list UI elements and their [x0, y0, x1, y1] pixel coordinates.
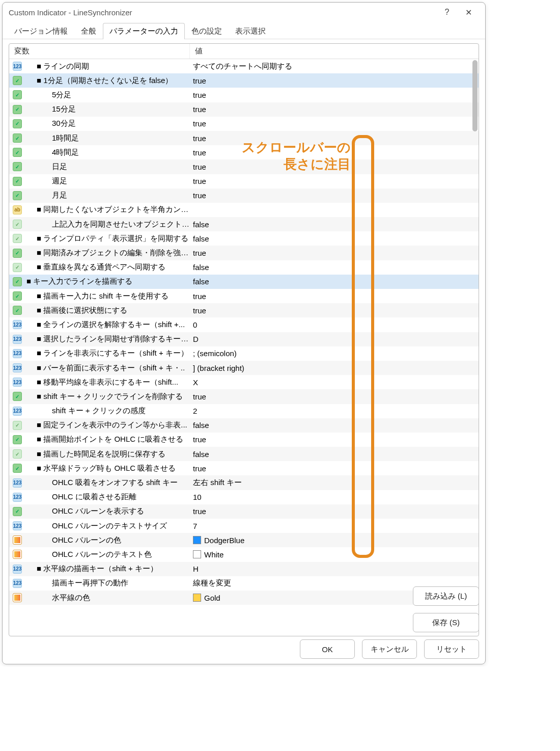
table-row[interactable]: ✓■ 垂直線を異なる通貨ペアへ同期するfalse: [9, 260, 479, 275]
table-row[interactable]: ✓■ 描画した時間足名を説明に保存するfalse: [9, 447, 479, 461]
table-row[interactable]: 水平線の色Gold: [9, 591, 479, 605]
param-value[interactable]: true: [190, 464, 479, 473]
param-value[interactable]: ] (bracket right): [190, 364, 479, 372]
param-value[interactable]: true: [190, 435, 479, 444]
table-row[interactable]: ✓■ ラインプロパティ「表示選択」を同期するfalse: [9, 231, 479, 246]
table-row[interactable]: OHLC バルーンの色DodgerBlue: [9, 533, 479, 547]
param-value[interactable]: false: [190, 234, 479, 243]
scrollbar-thumb[interactable]: [472, 60, 478, 131]
table-row[interactable]: 123■ 選択したラインを同期せず削除するキー・..D: [9, 332, 479, 346]
param-value[interactable]: true: [190, 392, 479, 401]
table-row[interactable]: 123■ ラインを非表示にするキー（shift + キー）; (semicolo…: [9, 346, 479, 361]
load-button[interactable]: 読み込み (L): [413, 586, 479, 606]
param-value[interactable]: true: [190, 119, 479, 128]
param-name: ■ キー入力でラインを描画する: [23, 277, 190, 286]
color-swatch: [193, 594, 201, 602]
tab-version[interactable]: バージョン情報: [8, 23, 74, 39]
table-row[interactable]: ✓4時間足true: [9, 145, 479, 159]
table-row[interactable]: 123■ ラインの同期すべてのチャートへ同期する: [9, 59, 479, 73]
param-value[interactable]: true: [190, 191, 479, 200]
param-value[interactable]: false: [190, 263, 479, 272]
table-row[interactable]: 123OHLC 吸着をオンオフする shift キー左右 shift キー: [9, 475, 479, 490]
table-row[interactable]: ✓■ キー入力でラインを描画するfalse: [9, 275, 479, 289]
table-row[interactable]: ✓日足true: [9, 159, 479, 174]
param-value[interactable]: true: [190, 292, 479, 301]
table-row[interactable]: ✓30分足true: [9, 117, 479, 131]
table-row[interactable]: ✓■ 1分足（同期させたくない足を false）true: [9, 73, 479, 88]
table-row[interactable]: ✓■ 水平線ドラッグ時も OHLC 吸着させるtrue: [9, 461, 479, 475]
param-value[interactable]: X: [190, 378, 479, 387]
param-value[interactable]: true: [190, 76, 479, 85]
param-value[interactable]: false: [190, 220, 479, 229]
param-value-text: false: [193, 421, 209, 430]
tab-general[interactable]: 全般: [74, 23, 103, 39]
param-value[interactable]: true: [190, 306, 479, 315]
close-button[interactable]: ✕: [458, 5, 479, 20]
table-row[interactable]: ✓週足true: [9, 174, 479, 189]
table-row[interactable]: ✓■ 同期済みオブジェクトの編集・削除を強・..true: [9, 246, 479, 260]
boolOn-icon: ✓: [11, 146, 23, 158]
param-value[interactable]: 左右 shift キー: [190, 478, 479, 488]
param-value[interactable]: true: [190, 148, 479, 157]
help-button[interactable]: ?: [436, 5, 458, 20]
param-value[interactable]: 2: [190, 407, 479, 415]
tab-colors[interactable]: 色の設定: [185, 23, 229, 39]
param-value[interactable]: false: [190, 421, 479, 430]
param-value[interactable]: true: [190, 91, 479, 99]
scrollbar-track[interactable]: [472, 60, 478, 635]
table-row[interactable]: 123■ 移動平均線を非表示にするキー（shift...X: [9, 375, 479, 389]
param-value[interactable]: true: [190, 249, 479, 257]
table-row[interactable]: 123■ 水平線の描画キー（shift + キー）H: [9, 562, 479, 576]
table-row[interactable]: ✓1時間足true: [9, 131, 479, 145]
table-row[interactable]: 123OHLC に吸着させる距離10: [9, 490, 479, 504]
table-row[interactable]: ✓月足true: [9, 189, 479, 203]
param-value[interactable]: 7: [190, 522, 479, 530]
boolOn-icon: ✓: [11, 247, 23, 259]
table-row[interactable]: ✓OHLC バルーンを表示するtrue: [9, 504, 479, 519]
table-row[interactable]: 123■ 全ラインの選択を解除するキー（shift +...0: [9, 317, 479, 332]
table-row[interactable]: 123shift キー + クリックの感度2: [9, 404, 479, 418]
table-row[interactable]: OHLC バルーンのテキスト色White: [9, 547, 479, 561]
param-value[interactable]: ; (semicolon): [190, 349, 479, 358]
table-row[interactable]: 123OHLC バルーンのテキストサイズ7: [9, 519, 479, 533]
table-row[interactable]: 123描画キー再押下の動作線種を変更: [9, 576, 479, 591]
table-row[interactable]: ✓■ 固定ラインを表示中のライン等から非表...false: [9, 418, 479, 433]
tab-parameters[interactable]: パラメーターの入力: [103, 23, 185, 39]
param-value[interactable]: true: [190, 163, 479, 171]
param-value[interactable]: true: [190, 507, 479, 516]
param-value[interactable]: DodgerBlue: [190, 536, 479, 545]
param-value[interactable]: H: [190, 565, 479, 573]
tab-display[interactable]: 表示選択: [229, 23, 272, 39]
param-value[interactable]: 0: [190, 320, 479, 329]
cancel-button[interactable]: キャンセル: [362, 639, 417, 659]
param-value[interactable]: true: [190, 105, 479, 114]
table-row[interactable]: 123■ バーを前面に表示するキー（shift + キ・..] (bracket…: [9, 361, 479, 375]
param-value[interactable]: false: [190, 277, 479, 286]
param-value[interactable]: すべてのチャートへ同期する: [190, 62, 479, 71]
param-value[interactable]: true: [190, 177, 479, 185]
table-row[interactable]: ✓■ 描画キー入力に shift キーを使用するtrue: [9, 289, 479, 303]
param-value[interactable]: D: [190, 335, 479, 343]
table-row[interactable]: ✓■ 描画後に選択状態にするtrue: [9, 303, 479, 317]
param-value[interactable]: 10: [190, 493, 479, 501]
reset-button[interactable]: リセット: [424, 639, 479, 659]
table-row[interactable]: ✓上記入力を同期させたいオブジェクトに・..false: [9, 217, 479, 231]
param-value[interactable]: White: [190, 550, 479, 559]
table-row[interactable]: ab■ 同期したくないオブジェクトを半角カンマ・..: [9, 203, 479, 217]
param-value[interactable]: true: [190, 134, 479, 143]
save-button[interactable]: 保存 (S): [413, 613, 479, 632]
table-row[interactable]: ✓■ shift キー + クリックでラインを削除するtrue: [9, 389, 479, 404]
table-row[interactable]: ✓5分足true: [9, 88, 479, 102]
param-value-text: false: [193, 450, 209, 459]
int-icon: 123: [11, 405, 23, 417]
param-value[interactable]: false: [190, 450, 479, 459]
int-icon: 123: [11, 477, 23, 489]
param-value-text: 7: [193, 522, 197, 530]
table-row[interactable]: ✓15分足true: [9, 102, 479, 117]
color-icon: [11, 534, 23, 546]
boolOn-icon: ✓: [11, 190, 23, 202]
param-name: 30分足: [23, 119, 190, 128]
table-row[interactable]: ✓■ 描画開始ポイントを OHLC に吸着させるtrue: [9, 433, 479, 447]
ok-button[interactable]: OK: [300, 639, 355, 659]
header-variable: 変数: [9, 44, 190, 59]
